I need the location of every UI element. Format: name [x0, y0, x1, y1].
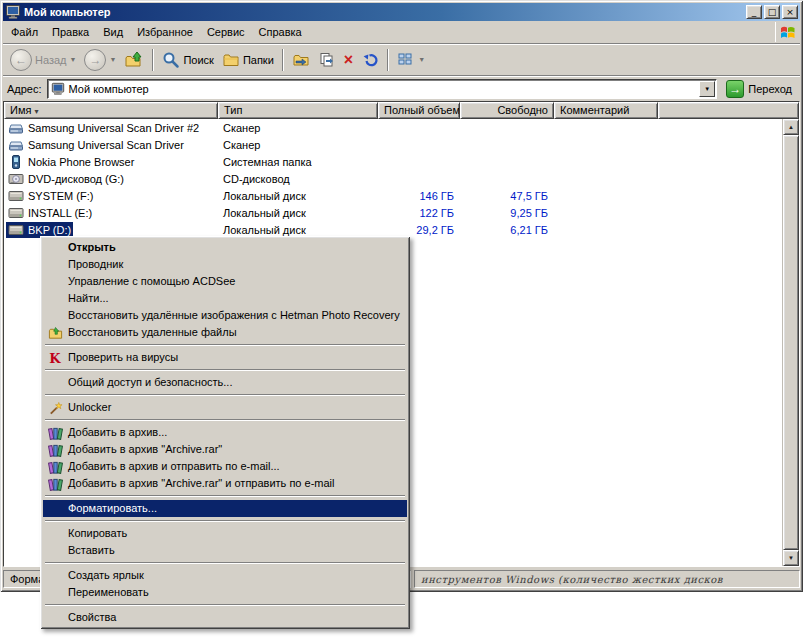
- scroll-down-button[interactable]: ▼: [783, 550, 799, 566]
- undo-arrow-icon: [361, 51, 379, 69]
- scanner-icon: [8, 137, 24, 153]
- list-item[interactable]: SYSTEM (F:) Локальный диск 146 ГБ 47,5 Г…: [4, 187, 782, 204]
- context-item-label: Добавить в архив и отправить по e-mail..…: [68, 460, 280, 472]
- context-item-properties[interactable]: Свойства: [43, 609, 407, 626]
- up-button[interactable]: [121, 48, 147, 72]
- scrollbar-thumb[interactable]: [783, 135, 799, 550]
- column-header-label: Тип: [224, 104, 242, 116]
- column-header-type[interactable]: Тип: [218, 102, 378, 119]
- menu-favorites[interactable]: Избранное: [130, 23, 200, 41]
- window-title: Мой компьютер: [24, 6, 741, 18]
- column-header-label: Комментарий: [560, 104, 629, 116]
- context-item-format[interactable]: Форматировать...: [43, 500, 407, 517]
- context-item-restore-files[interactable]: Восстановить удаленные файлы: [43, 324, 407, 341]
- address-bar: Адрес: Мой компьютер ▼ → Переход: [3, 75, 800, 101]
- list-item[interactable]: INSTALL (E:) Локальный диск 122 ГБ 9,25 …: [4, 204, 782, 221]
- file-type: Сканер: [218, 139, 378, 151]
- context-item-create-shortcut[interactable]: Создать ярлык: [43, 567, 407, 584]
- window-controls: _ □ ×: [744, 5, 798, 19]
- file-name: Nokia Phone Browser: [28, 156, 134, 168]
- menu-edit[interactable]: Правка: [45, 23, 96, 41]
- menu-file[interactable]: Файл: [4, 23, 45, 41]
- hard-disk-icon: [8, 188, 24, 204]
- list-header: Имя▾ Тип Полный объем Свободно Комментар…: [4, 102, 799, 119]
- file-name: Samsung Universal Scan Driver: [28, 139, 184, 151]
- context-item-hetman-recovery[interactable]: Восстановить удалённые изображения с Het…: [43, 307, 407, 324]
- scroll-up-button[interactable]: ▲: [783, 119, 799, 135]
- context-item-label: Проводник: [68, 258, 123, 270]
- menu-help[interactable]: Справка: [252, 23, 309, 41]
- file-name: BKP (D:): [28, 224, 71, 236]
- delete-button[interactable]: ×: [341, 50, 356, 70]
- restore-files-icon: [47, 325, 63, 341]
- context-item-sharing-security[interactable]: Общий доступ и безопасность...: [43, 374, 407, 391]
- back-button[interactable]: ← Назад ▼: [7, 47, 79, 73]
- context-item-add-to-archive[interactable]: Добавить в архив...: [43, 424, 407, 441]
- file-name: INSTALL (E:): [28, 207, 92, 219]
- kaspersky-icon: K: [47, 350, 63, 366]
- maximize-button[interactable]: □: [764, 5, 780, 19]
- back-dropdown-icon: ▼: [70, 56, 77, 63]
- context-item-label: Найти...: [68, 292, 109, 304]
- menu-tools[interactable]: Сервис: [200, 23, 252, 41]
- file-total-size: 122 ГБ: [378, 207, 460, 219]
- go-button-label: Переход: [748, 83, 792, 95]
- winrar-icon: [47, 459, 63, 475]
- context-menu-separator: [45, 520, 405, 522]
- go-button[interactable]: → Переход: [722, 79, 796, 99]
- move-to-button[interactable]: [289, 49, 313, 71]
- search-button-label: Поиск: [183, 54, 213, 66]
- list-item[interactable]: Nokia Phone Browser Системная папка: [4, 153, 782, 170]
- delete-x-icon: ×: [344, 52, 353, 68]
- search-button[interactable]: Поиск: [159, 49, 216, 71]
- close-button[interactable]: ×: [782, 5, 798, 19]
- file-type: Локальный диск: [218, 224, 378, 236]
- address-dropdown-button[interactable]: ▼: [699, 81, 715, 97]
- winrar-icon: [47, 476, 63, 492]
- folder-up-icon: [124, 50, 144, 70]
- context-item-copy[interactable]: Копировать: [43, 525, 407, 542]
- list-item[interactable]: DVD-дисковод (G:) CD-дисковод: [4, 170, 782, 187]
- undo-button[interactable]: [358, 49, 382, 71]
- cd-drive-icon: [8, 171, 24, 187]
- context-item-explorer[interactable]: Проводник: [43, 256, 407, 273]
- context-item-label: Unlocker: [68, 401, 111, 413]
- hard-disk-icon: [8, 205, 24, 221]
- list-item[interactable]: Samsung Universal Scan Driver Сканер: [4, 136, 782, 153]
- folders-button-label: Папки: [243, 54, 274, 66]
- file-type: Системная папка: [218, 156, 378, 168]
- address-input[interactable]: Мой компьютер ▼: [47, 79, 718, 99]
- context-item-label: Создать ярлык: [68, 569, 144, 581]
- context-item-scan-virus[interactable]: K Проверить на вирусы: [43, 349, 407, 366]
- context-item-add-archive-rar-email[interactable]: Добавить в архив "Archive.rar" и отправи…: [43, 475, 407, 492]
- context-item-acdsee[interactable]: Управление с помощью ACDSee: [43, 273, 407, 290]
- minimize-button[interactable]: _: [746, 5, 762, 19]
- menu-view[interactable]: Вид: [96, 23, 130, 41]
- context-item-add-to-archive-rar[interactable]: Добавить в архив "Archive.rar": [43, 441, 407, 458]
- context-item-unlocker[interactable]: Unlocker: [43, 399, 407, 416]
- copy-to-button[interactable]: [315, 49, 339, 71]
- back-arrow-icon: ←: [10, 49, 32, 71]
- forward-button[interactable]: → ▼: [81, 47, 119, 73]
- context-item-paste[interactable]: Вставить: [43, 542, 407, 559]
- my-computer-icon: [5, 4, 21, 20]
- context-item-label: Копировать: [68, 527, 127, 539]
- chevron-down-icon: ▼: [704, 86, 710, 92]
- column-header-total-size[interactable]: Полный объем: [378, 102, 460, 119]
- vertical-scrollbar[interactable]: ▲ ▼: [782, 119, 799, 566]
- column-header-free-space[interactable]: Свободно: [460, 102, 554, 119]
- folders-button[interactable]: Папки: [219, 49, 277, 71]
- column-header-comment[interactable]: Комментарий: [554, 102, 658, 119]
- context-item-label: Восстановить удаленные файлы: [68, 326, 237, 338]
- context-item-add-archive-email[interactable]: Добавить в архив и отправить по e-mail..…: [43, 458, 407, 475]
- column-header-name[interactable]: Имя▾: [4, 102, 218, 119]
- file-name: DVD-дисковод (G:): [28, 173, 124, 185]
- search-icon: [162, 51, 180, 69]
- context-menu-separator: [45, 394, 405, 396]
- context-item-search[interactable]: Найти...: [43, 290, 407, 307]
- context-item-rename[interactable]: Переименовать: [43, 584, 407, 601]
- list-item[interactable]: Samsung Universal Scan Driver #2 Сканер: [4, 119, 782, 136]
- views-button[interactable]: ▼: [394, 49, 428, 71]
- title-bar[interactable]: Мой компьютер _ □ ×: [3, 3, 800, 21]
- context-item-open[interactable]: Открыть: [43, 239, 407, 256]
